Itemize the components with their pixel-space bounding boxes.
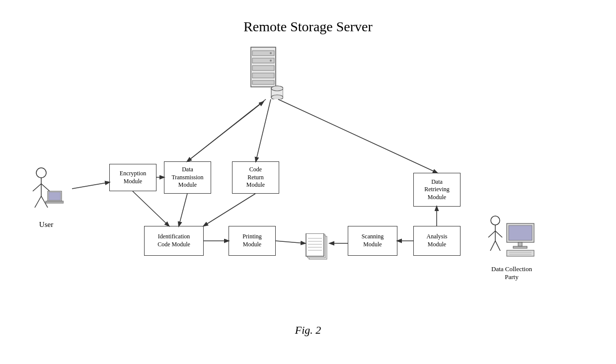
svg-line-49: [204, 194, 255, 226]
svg-line-33: [490, 241, 495, 251]
diagram: Remote Storage Server EncryptionModule: [0, 0, 616, 364]
arrows-svg: [0, 0, 616, 364]
svg-line-23: [41, 184, 50, 191]
svg-line-42: [187, 99, 266, 161]
svg-line-47: [133, 191, 169, 226]
user-figure: User: [29, 164, 64, 229]
code-return-module-box: CodeReturnModule: [232, 161, 279, 194]
svg-rect-37: [518, 242, 522, 246]
svg-line-44: [278, 99, 437, 173]
svg-rect-3: [252, 66, 274, 71]
svg-rect-36: [509, 225, 532, 240]
data-retrieving-module-box: DataRetrievingModule: [413, 173, 461, 207]
svg-point-7: [270, 60, 272, 62]
user-label: User: [39, 220, 53, 229]
server-icon: [243, 45, 283, 99]
svg-rect-38: [513, 246, 527, 248]
svg-point-29: [491, 216, 500, 225]
dcp-label: Data CollectionParty: [491, 265, 532, 281]
svg-line-32: [495, 231, 502, 237]
svg-point-20: [36, 168, 46, 178]
document-icon: [305, 233, 330, 265]
svg-line-31: [488, 231, 495, 237]
fig-label: Fig. 2: [295, 324, 321, 337]
printing-module-box: PrintingModule: [229, 226, 276, 256]
svg-point-11: [271, 86, 283, 91]
svg-line-55: [72, 182, 109, 189]
svg-line-48: [179, 194, 187, 226]
svg-line-51: [276, 241, 305, 243]
svg-point-10: [271, 95, 283, 99]
scanning-module-box: ScanningModule: [348, 226, 397, 256]
svg-rect-5: [252, 80, 274, 84]
identification-code-module-box: IdentificationCode Module: [144, 226, 204, 256]
svg-line-43: [256, 99, 271, 161]
encryption-module-box: EncryptionModule: [109, 164, 156, 191]
svg-rect-27: [46, 201, 64, 203]
svg-line-34: [495, 241, 500, 251]
svg-rect-4: [252, 73, 274, 78]
data-transmission-module-box: DataTransmissionModule: [164, 161, 211, 194]
svg-rect-28: [49, 192, 61, 200]
svg-line-24: [35, 196, 41, 208]
svg-line-22: [33, 184, 41, 191]
svg-rect-14: [306, 233, 324, 256]
page-title: Remote Storage Server: [243, 19, 373, 35]
svg-line-45: [187, 102, 263, 161]
svg-point-6: [270, 52, 272, 54]
analysis-module-box: AnalysisModule: [413, 226, 461, 256]
dcp-figure: Data CollectionParty: [484, 214, 539, 281]
svg-rect-39: [507, 250, 534, 256]
